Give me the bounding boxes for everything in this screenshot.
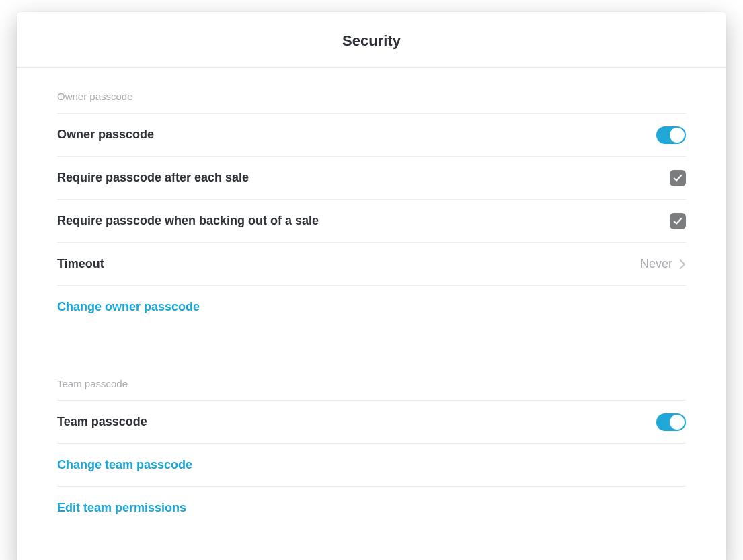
team-passcode-toggle[interactable] [656, 413, 686, 431]
panel-content: Owner passcode Owner passcode Require pa… [17, 68, 726, 560]
row-timeout[interactable]: Timeout Never [57, 242, 686, 285]
section-label-owner: Owner passcode [57, 68, 686, 113]
require-after-sale-checkbox[interactable] [670, 170, 686, 186]
change-team-passcode-link: Change team passcode [57, 458, 192, 472]
team-passcode-label: Team passcode [57, 415, 147, 429]
require-back-out-label: Require passcode when backing out of a s… [57, 214, 319, 228]
timeout-label: Timeout [57, 257, 104, 271]
row-require-back-out: Require passcode when backing out of a s… [57, 199, 686, 242]
change-owner-passcode-link: Change owner passcode [57, 300, 200, 314]
owner-passcode-toggle[interactable] [656, 126, 686, 144]
row-team-passcode: Team passcode [57, 400, 686, 443]
owner-passcode-label: Owner passcode [57, 128, 154, 142]
require-back-out-checkbox[interactable] [670, 213, 686, 229]
row-owner-passcode: Owner passcode [57, 113, 686, 156]
row-change-owner-passcode[interactable]: Change owner passcode [57, 285, 686, 328]
row-edit-team-permissions[interactable]: Edit team permissions [57, 486, 686, 529]
require-after-sale-label: Require passcode after each sale [57, 171, 249, 185]
check-icon [673, 216, 682, 226]
chevron-right-icon [679, 259, 686, 270]
panel-header: Security [17, 12, 726, 68]
section-spacer [57, 328, 686, 355]
row-require-after-sale: Require passcode after each sale [57, 156, 686, 199]
toggle-knob [670, 128, 685, 143]
section-label-team: Team passcode [57, 355, 686, 400]
row-change-team-passcode[interactable]: Change team passcode [57, 443, 686, 486]
toggle-knob [670, 415, 685, 430]
edit-team-permissions-link: Edit team permissions [57, 501, 186, 515]
security-panel: Security Owner passcode Owner passcode R… [17, 12, 726, 560]
page-title: Security [17, 32, 726, 50]
timeout-value: Never [640, 257, 672, 271]
check-icon [673, 173, 682, 183]
